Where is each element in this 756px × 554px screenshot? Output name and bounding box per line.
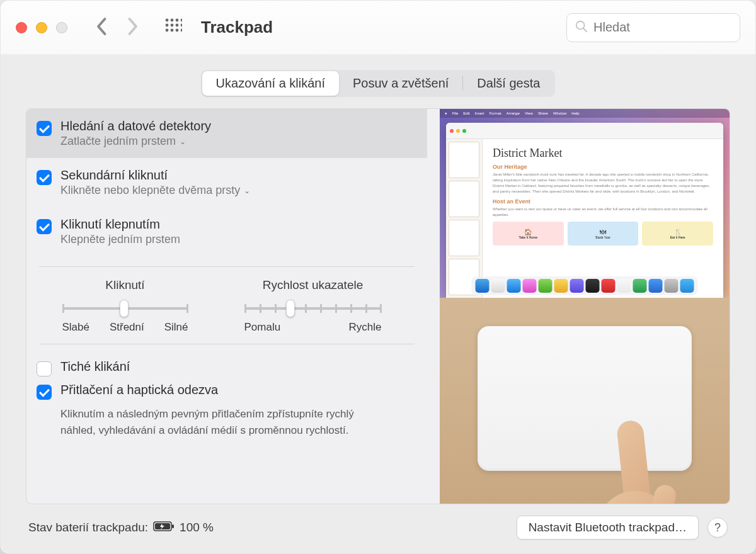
svg-point-11 [181, 28, 182, 31]
tab-more-gestures[interactable]: Další gesta [463, 71, 554, 96]
tab-point-and-click[interactable]: Ukazování a klikání [202, 71, 339, 96]
battery-value: 100 % [180, 521, 214, 534]
tracking-slider-group: Rychlost ukazatele [244, 278, 382, 334]
click-slider-mid: Střední [110, 321, 144, 334]
click-slider-group: Kliknutí Slabé Střední [62, 278, 188, 334]
tab-bar: Ukazování a klikání Posuv a zvětšení Dal… [26, 70, 730, 97]
secondary-click-title: Sekundární kliknutí [60, 168, 250, 183]
tap-to-click-checkbox[interactable] [37, 219, 52, 234]
preview-trackpad [440, 298, 730, 504]
click-slider-min: Slabé [62, 321, 89, 334]
divider [39, 266, 415, 267]
svg-point-8 [166, 28, 169, 31]
option-lookup[interactable]: Hledání a datové detektory Zatlačte jedn… [26, 109, 427, 158]
lookup-checkbox[interactable] [37, 121, 52, 136]
lookup-title: Hledání a datové detektory [60, 119, 211, 133]
window-controls [16, 22, 67, 33]
silent-clicking-checkbox[interactable] [37, 361, 52, 376]
tracking-slider-min: Pomalu [244, 321, 281, 334]
divider [39, 344, 415, 344]
svg-point-3 [181, 18, 182, 21]
sliders-row: Kliknutí Slabé Střední [26, 278, 427, 334]
battery-label: Stav baterií trackpadu: [28, 521, 148, 534]
force-click-label: Přitlačení a haptická odezva [60, 383, 218, 397]
forward-button[interactable] [127, 17, 138, 38]
option-force-click[interactable]: Přitlačení a haptická odezva [37, 383, 415, 400]
option-secondary-click[interactable]: Sekundární kliknutí Klikněte nebo klepně… [26, 158, 427, 207]
close-button[interactable] [16, 22, 27, 33]
svg-point-6 [176, 23, 179, 26]
svg-point-0 [166, 18, 169, 21]
svg-point-4 [166, 23, 169, 26]
hand-illustration [585, 403, 685, 504]
force-click-checkbox[interactable] [37, 385, 52, 400]
setup-bluetooth-button[interactable]: Nastavit Bluetooth trackpad… [517, 516, 699, 540]
svg-point-10 [176, 28, 179, 31]
search-field[interactable] [566, 13, 740, 42]
main-panel: Hledání a datové detektory Zatlačte jedn… [26, 108, 730, 504]
preview-screen: ●FileEditInsertFormatArrangeViewShareWin… [440, 109, 730, 298]
tracking-slider-label: Rychlost ukazatele [244, 278, 382, 292]
battery-icon [153, 521, 175, 535]
svg-line-13 [583, 28, 587, 31]
zoom-button [56, 22, 67, 33]
click-slider[interactable] [62, 300, 188, 317]
tracking-slider-knob[interactable] [286, 300, 295, 317]
chevron-down-icon: ⌄ [244, 186, 250, 195]
tap-to-click-title: Kliknutí klepnutím [60, 217, 180, 232]
click-slider-max: Silné [164, 321, 188, 334]
click-slider-label: Kliknutí [62, 278, 188, 292]
tab-scroll-zoom[interactable]: Posuv a zvětšení [339, 71, 462, 96]
search-icon [575, 20, 593, 36]
tracking-slider-max: Rychle [349, 321, 382, 334]
nav-arrows [96, 17, 138, 38]
minimize-button[interactable] [36, 22, 47, 33]
secondary-click-checkbox[interactable] [37, 170, 52, 185]
option-silent-clicking[interactable]: Tiché klikání [37, 359, 415, 376]
click-slider-knob[interactable] [120, 300, 129, 317]
help-button[interactable]: ? [707, 517, 728, 538]
window-title: Trackpad [201, 18, 273, 37]
option-tap-to-click[interactable]: Kliknutí klepnutím Klepněte jedním prste… [26, 207, 427, 256]
options-panel: Hledání a datové detektory Zatlačte jedn… [26, 109, 427, 504]
svg-point-7 [181, 23, 182, 26]
chevron-down-icon: ⌄ [180, 137, 186, 146]
tap-to-click-sub: Klepněte jedním prstem [60, 233, 180, 246]
back-button[interactable] [96, 17, 108, 38]
show-all-button[interactable] [164, 18, 182, 38]
preview-doc-title: District Market [493, 147, 713, 160]
titlebar: Trackpad [1, 1, 755, 55]
gesture-preview: ●FileEditInsertFormatArrangeViewShareWin… [440, 109, 730, 504]
svg-point-9 [171, 28, 174, 31]
footer: Stav baterií trackpadu: 100 % Nastavit B… [26, 504, 730, 540]
tracking-slider[interactable] [244, 300, 382, 317]
search-input[interactable] [593, 20, 732, 35]
content-area: Ukazování a klikání Posuv a zvětšení Dal… [1, 55, 755, 553]
svg-point-2 [176, 18, 179, 21]
svg-point-1 [171, 18, 174, 21]
svg-rect-15 [172, 524, 174, 528]
preferences-window: Trackpad Ukazování a klikání Posuv a zvě… [0, 0, 756, 554]
svg-point-5 [171, 23, 174, 26]
silent-clicking-label: Tiché klikání [60, 359, 130, 374]
lookup-dropdown[interactable]: Zatlačte jedním prstem ⌄ [60, 135, 211, 148]
force-click-description: Kliknutím a následným pevným přitlačením… [60, 406, 388, 438]
secondary-click-dropdown[interactable]: Klikněte nebo klepněte dvěma prsty ⌄ [60, 184, 250, 197]
